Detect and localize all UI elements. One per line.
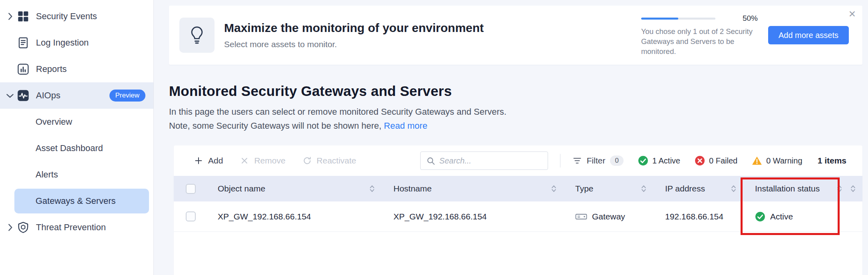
- column-header-ip-address[interactable]: IP address: [653, 176, 743, 201]
- remove-button-label: Remove: [254, 156, 285, 165]
- read-more-link[interactable]: Read more: [384, 121, 427, 131]
- column-header-installation-status[interactable]: Installation status: [743, 176, 849, 201]
- x-icon: [240, 156, 249, 165]
- progress-bar: [641, 18, 715, 20]
- status-value: Active: [770, 212, 793, 221]
- toolbar-divider: [560, 154, 560, 167]
- chevron-right-icon[interactable]: [3, 223, 17, 231]
- table-header-row: Object name Hostname Type IP address Ins…: [174, 176, 862, 201]
- sidebar-item-security-events[interactable]: Security Events: [0, 3, 153, 30]
- sidebar-item-label: Asset Dashboard: [36, 143, 103, 153]
- sidebar: Security Events Log Ingestion Reports AI…: [0, 0, 154, 275]
- column-header-type[interactable]: Type: [563, 176, 653, 201]
- sidebar-item-label: Threat Prevention: [36, 222, 106, 233]
- sort-icon[interactable]: [836, 184, 842, 193]
- lightbulb-icon: [179, 18, 215, 53]
- reports-icon: [17, 63, 30, 76]
- column-label: Type: [575, 184, 594, 193]
- page-description: In this page the users can select or rem…: [169, 105, 862, 133]
- column-label: Installation status: [755, 184, 820, 193]
- sort-icon[interactable]: [641, 184, 647, 193]
- progress-fill: [641, 18, 678, 20]
- table-row[interactable]: XP_GW_192.168.66.154 XP_GW_192.168.66.15…: [174, 201, 862, 232]
- gateways-table-card: Add Remove Reactivate Filter: [174, 145, 862, 275]
- select-all-checkbox[interactable]: [186, 184, 196, 194]
- table-toolbar: Add Remove Reactivate Filter: [174, 145, 862, 176]
- banner-texts: Maximize the monitoring of your environm…: [224, 21, 484, 49]
- add-more-assets-button[interactable]: Add more assets: [768, 26, 849, 44]
- banner-subtitle: Select more assets to monitor.: [224, 40, 484, 49]
- sidebar-item-reports[interactable]: Reports: [0, 56, 153, 82]
- sort-icon[interactable]: [850, 184, 856, 193]
- note-line: Note, some Security Gateways will not be…: [169, 119, 862, 133]
- sidebar-item-threat-prevention[interactable]: Threat Prevention: [0, 214, 153, 241]
- active-count-label: 1 Active: [652, 156, 680, 165]
- aiops-icon: [17, 89, 30, 102]
- gateway-icon: [575, 212, 587, 221]
- type-value: Gateway: [592, 212, 625, 221]
- failed-x-icon: [695, 155, 705, 166]
- progress-percent: 50%: [743, 14, 758, 23]
- sidebar-item-label: Security Events: [36, 11, 97, 22]
- sidebar-item-gateways-servers[interactable]: Gateways & Servers: [14, 189, 149, 213]
- remove-button[interactable]: Remove: [240, 156, 285, 165]
- items-count: 1 items: [818, 156, 846, 165]
- sidebar-item-log-ingestion[interactable]: Log Ingestion: [0, 30, 153, 56]
- progress-message: You chose only 1 out of 2 Security Gatew…: [641, 26, 758, 56]
- close-icon[interactable]: ✕: [848, 10, 856, 19]
- sidebar-item-asset-dashboard[interactable]: Asset Dashboard: [0, 135, 153, 161]
- sort-icon[interactable]: [731, 184, 737, 193]
- column-label: Hostname: [393, 184, 432, 193]
- ip-address-cell: 192.168.66.154: [653, 212, 743, 221]
- sidebar-item-label: Reports: [36, 64, 67, 74]
- sidebar-item-label: Overview: [36, 117, 72, 127]
- installation-status-cell: Active: [743, 211, 849, 222]
- refresh-icon: [302, 156, 312, 165]
- search-icon: [426, 156, 435, 165]
- sidebar-item-label: Log Ingestion: [36, 38, 89, 48]
- object-name-cell: XP_GW_192.168.66.154: [206, 212, 381, 221]
- hostname-cell: XP_GW_192.168.66.154: [381, 212, 563, 221]
- note-text: Note, some Security Gateways will not be…: [169, 121, 381, 131]
- warning-count-filter[interactable]: 0 Warning: [752, 155, 802, 166]
- active-count-filter[interactable]: 1 Active: [638, 155, 680, 166]
- select-all-cell: [174, 184, 206, 194]
- warning-count-label: 0 Warning: [766, 156, 802, 165]
- object-name-value: XP_GW_192.168.66.154: [218, 212, 311, 221]
- sort-icon[interactable]: [369, 184, 375, 193]
- sidebar-item-overview[interactable]: Overview: [0, 109, 153, 135]
- plus-icon: [194, 156, 203, 165]
- sidebar-item-label: Alerts: [36, 169, 58, 180]
- search-box: [420, 151, 548, 170]
- sidebar-item-aiops[interactable]: AIOps Preview: [0, 82, 153, 109]
- threat-prevention-icon: [17, 221, 30, 234]
- column-label: IP address: [665, 184, 705, 193]
- security-events-icon: [17, 10, 30, 23]
- add-button-label: Add: [208, 156, 223, 165]
- column-header-hostname[interactable]: Hostname: [381, 176, 563, 201]
- active-check-icon: [755, 211, 765, 222]
- hostname-value: XP_GW_192.168.66.154: [393, 212, 487, 221]
- sort-icon[interactable]: [551, 184, 557, 193]
- reactivate-button[interactable]: Reactivate: [302, 156, 356, 165]
- chevron-down-icon[interactable]: [3, 93, 17, 98]
- chevron-right-icon[interactable]: [3, 12, 17, 20]
- filter-button[interactable]: Filter 0: [572, 155, 624, 166]
- ip-address-value: 192.168.66.154: [665, 212, 723, 221]
- sidebar-item-label: Gateways & Servers: [36, 196, 116, 206]
- log-ingestion-icon: [17, 36, 30, 49]
- warning-triangle-icon: [752, 155, 762, 166]
- filter-label: Filter: [587, 156, 606, 165]
- failed-count-label: 0 Failed: [709, 156, 737, 165]
- banner-title: Maximize the monitoring of your environm…: [224, 21, 484, 35]
- sidebar-item-alerts[interactable]: Alerts: [0, 161, 153, 188]
- search-input[interactable]: [439, 156, 542, 165]
- active-check-icon: [638, 155, 648, 166]
- row-checkbox[interactable]: [186, 211, 196, 221]
- add-button[interactable]: Add: [194, 156, 223, 165]
- monitoring-banner: Maximize the monitoring of your environm…: [169, 6, 862, 65]
- column-header-object-name[interactable]: Object name: [206, 176, 381, 201]
- row-select-cell: [174, 211, 206, 221]
- sidebar-item-label: AIOps: [36, 90, 60, 101]
- failed-count-filter[interactable]: 0 Failed: [695, 155, 737, 166]
